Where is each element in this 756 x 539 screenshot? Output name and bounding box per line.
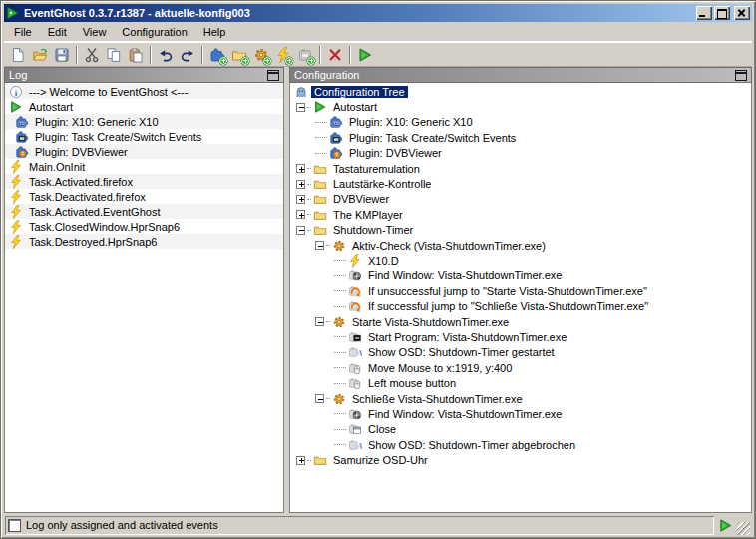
clipboard-icon [128,47,144,63]
plus-badge-icon [219,57,227,65]
log-entry-text: Task.Activated.firefox [29,176,133,188]
tree-connector [326,321,330,322]
tree-connector [334,306,346,307]
plugin-x10-icon [329,115,343,129]
event-icon [9,220,23,234]
folder-icon [313,208,327,222]
tree-item[interactable]: Show OSD: Shutdown-Timer gestartet [290,345,751,360]
expand-icon[interactable] [296,210,305,219]
add-folder-button[interactable] [228,44,250,66]
expand-icon[interactable] [296,180,305,189]
tree-item[interactable]: Show OSD: Shutdown-Timer abgebrochen [290,437,751,452]
collapse-icon[interactable] [315,394,324,403]
log-entry[interactable]: Plugin: DVBViewer [5,144,283,159]
log-entry[interactable]: ---> Welcome to EventGhost <--- [5,84,283,99]
collapse-icon[interactable] [315,317,324,326]
log-entry[interactable]: Task.Activated.firefox [5,174,283,189]
tree-item[interactable]: Autostart [290,99,751,114]
log-list[interactable]: ---> Welcome to EventGhost <--- Autostar… [4,83,284,513]
log-filter-checkbox[interactable] [9,520,20,531]
tree-item-root[interactable]: Configuration Tree [290,84,751,99]
tree-item[interactable]: Left mouse button [290,375,751,390]
tree-item[interactable]: Starte Vista-ShutdownTimer.exe [290,314,751,329]
log-entry-text: ---> Welcome to EventGhost <--- [29,86,188,98]
mouse-icon [348,361,362,375]
log-entry[interactable]: Plugin: X10: Generic X10 [5,114,283,129]
add-event-button[interactable] [272,44,294,66]
tree-item[interactable]: Plugin: DVBViewer [290,146,751,161]
tree-item[interactable]: The KMPlayer [290,207,751,222]
save-file-button[interactable] [51,44,73,66]
tree-item[interactable]: X10.D [290,253,751,268]
collapse-icon[interactable] [296,103,305,112]
tree-item[interactable]: Start Program: Vista-ShutdownTimer.exe [290,329,751,344]
tree-item-label: Show OSD: Shutdown-Timer abgebrochen [365,439,578,451]
tree-item[interactable]: If unsuccessful jump to "Starte Vista-Sh… [290,283,751,298]
tree-item-label: Lautstärke-Kontrolle [330,178,434,190]
menu-configuration[interactable]: Configuration [114,24,194,40]
redo-button[interactable] [177,44,198,66]
configuration-pane-caption: Configuration [289,67,752,83]
menu-view[interactable]: View [75,24,115,40]
maximize-pane-icon[interactable] [267,70,279,81]
show-osd-icon [348,345,362,359]
tree-connector [315,137,327,138]
new-file-button[interactable] [7,44,29,66]
log-entry[interactable]: Task.Activated.EventGhost [5,204,283,219]
tree-item[interactable]: Move Mouse to x:1919, y:400 [290,360,751,375]
configuration-tree[interactable]: Configuration Tree Autostart Plugin: X10… [289,83,752,513]
add-plugin-button[interactable] [206,44,228,66]
log-entry[interactable]: Task.Deactivated.firefox [5,189,283,204]
expand-icon[interactable] [296,456,305,465]
delete-button[interactable] [324,44,346,66]
log-entry[interactable]: Autostart [5,99,283,114]
menu-bar: File Edit View Configuration Help [4,22,752,42]
tree-item[interactable]: Samurize OSD-Uhr [290,452,751,467]
start-program-icon [348,330,362,344]
log-entry-text: Plugin: X10: Generic X10 [35,116,159,128]
red-x-icon [327,47,343,63]
log-entry[interactable]: Task.Destroyed.HprSnap6 [5,234,283,249]
menu-help[interactable]: Help [195,24,234,40]
maximize-button[interactable] [714,6,730,20]
maximize-pane-icon[interactable] [735,70,747,81]
resize-grip[interactable] [737,522,750,535]
undo-arrow-icon [158,47,174,63]
collapse-icon[interactable] [296,226,305,235]
tree-item[interactable]: Find Window: Vista-ShutdownTimer.exe [290,269,751,283]
toolbar-separator [150,46,152,64]
tree-item[interactable]: Plugin: X10: Generic X10 [290,115,751,130]
tree-item[interactable]: Aktiv-Check (Vista-ShutdownTimer.exe) [290,238,751,253]
menu-edit[interactable]: Edit [40,24,75,40]
tree-item[interactable]: Shutdown-Timer [290,223,751,238]
tree-item[interactable]: DVBViewer [290,192,751,207]
cut-button[interactable] [81,44,103,66]
tree-item[interactable]: Lautstärke-Kontrolle [290,176,751,191]
add-action-button[interactable] [294,44,316,66]
paste-button[interactable] [125,44,147,66]
title-bar[interactable]: EventGhost 0.3.7.r1387 - aktuelle-konfig… [4,4,752,22]
close-button[interactable] [734,6,750,20]
collapse-icon[interactable] [315,241,324,250]
log-entry[interactable]: Task.ClosedWindow.HprSnap6 [5,219,283,234]
log-entry[interactable]: Plugin: Task Create/Switch Events [5,129,283,144]
tree-item[interactable]: Find Window: Vista-ShutdownTimer.exe [290,406,751,421]
status-play-icon[interactable] [718,518,733,533]
tree-item[interactable]: Tastaturemulation [290,161,751,176]
tree-item[interactable]: Plugin: Task Create/Switch Events [290,130,751,145]
tree-item[interactable]: Schließe Vista-ShutdownTimer.exe [290,391,751,406]
expand-icon[interactable] [296,164,305,173]
tree-item-label: Find Window: Vista-ShutdownTimer.exe [365,408,565,420]
add-macro-button[interactable] [250,44,272,66]
menu-file[interactable]: File [6,24,40,40]
execute-button[interactable] [354,44,376,66]
expand-icon[interactable] [296,195,305,204]
undo-button[interactable] [155,44,177,66]
tree-item[interactable]: Close [290,422,751,437]
minimize-button[interactable] [696,6,712,20]
log-entry-text: Plugin: Task Create/Switch Events [35,131,201,143]
copy-button[interactable] [103,44,125,66]
log-entry[interactable]: Main.OnInit [5,159,283,174]
open-file-button[interactable] [29,44,51,66]
tree-item[interactable]: If successful jump to "Schließe Vista-Sh… [290,298,751,313]
